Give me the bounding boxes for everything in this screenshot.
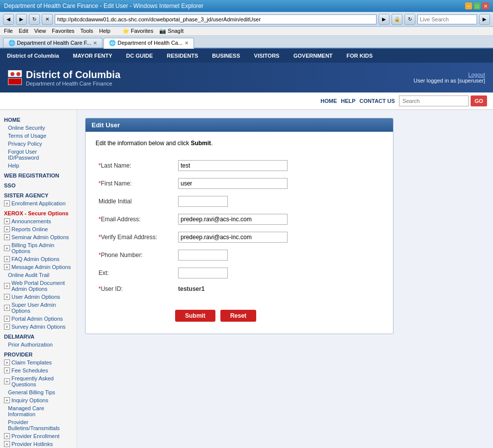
forward-button[interactable]: ▶ bbox=[16, 14, 27, 25]
tab-1[interactable]: 🌐 Department of Health Care F... ✕ bbox=[3, 38, 102, 48]
close-button[interactable]: ✕ bbox=[482, 2, 489, 9]
snagit-tool[interactable]: 📷 SnagIt bbox=[159, 28, 184, 34]
refresh2-button[interactable]: ↻ bbox=[404, 14, 415, 25]
go-nav-button[interactable]: ▶ bbox=[379, 14, 390, 25]
sidebar-billing-tips[interactable]: + Billing Tips Admin Options bbox=[0, 241, 77, 255]
sidebar-audit[interactable]: Online Audit Trail bbox=[0, 271, 77, 279]
sidebar-portal-admin[interactable]: + Portal Admin Options bbox=[0, 315, 77, 323]
menu-view[interactable]: View bbox=[34, 28, 46, 34]
menu-help[interactable]: Help bbox=[99, 28, 110, 34]
nav-residents[interactable]: RESIDENTS bbox=[160, 49, 205, 63]
sidebar-user-admin[interactable]: + User Admin Options bbox=[0, 293, 77, 301]
sidebar-prior-auth[interactable]: Prior Authorization bbox=[0, 341, 77, 349]
tab-1-label: 🌐 Department of Health Care F... bbox=[8, 40, 91, 46]
refresh-button[interactable]: ↻ bbox=[29, 14, 40, 25]
sidebar-forgot[interactable]: Forgot User ID/Password bbox=[0, 148, 77, 162]
nav-visitors[interactable]: VISITORS bbox=[247, 49, 287, 63]
menu-tools[interactable]: Tools bbox=[81, 28, 94, 34]
panel-header: Edit User bbox=[86, 118, 393, 132]
table-row: *Last Name: bbox=[96, 159, 383, 173]
nav-district[interactable]: District of Columbia bbox=[0, 49, 66, 63]
sidebar-claim-templates[interactable]: + Claim Templates bbox=[0, 358, 77, 366]
submit-button[interactable]: Submit bbox=[175, 310, 215, 322]
minimize-button[interactable]: ─ bbox=[465, 2, 472, 9]
panel-title: Edit User bbox=[92, 121, 120, 129]
sidebar-reports[interactable]: + Reports Online bbox=[0, 225, 77, 233]
sidebar-managed-care[interactable]: Managed Care Information bbox=[0, 404, 77, 418]
sidebar-help[interactable]: Help bbox=[0, 162, 77, 170]
sidebar-seminar[interactable]: + Seminar Admin Options bbox=[0, 233, 77, 241]
sidebar-billing-label: Billing Tips Admin Options bbox=[11, 242, 73, 254]
sidebar-section-web-reg: WEB REGISTRATION bbox=[0, 170, 77, 179]
sidebar-terms[interactable]: Terms of Usage bbox=[0, 132, 77, 140]
sidebar-survey[interactable]: + Survey Admin Options bbox=[0, 323, 77, 331]
sidebar-enrollment[interactable]: + Enrollment Application bbox=[0, 199, 77, 207]
sidebar-reports-label: Reports Online bbox=[11, 226, 48, 232]
sidebar-privacy[interactable]: Privacy Policy bbox=[0, 140, 77, 148]
sidebar-inquiry[interactable]: + Inquiry Options bbox=[0, 396, 77, 404]
email-input[interactable] bbox=[178, 214, 288, 225]
tab-2-close[interactable]: ✕ bbox=[185, 40, 189, 46]
table-row: Ext: bbox=[96, 266, 383, 280]
sidebar-faq[interactable]: + FAQ Admin Options bbox=[0, 255, 77, 263]
nav-for-kids[interactable]: FOR KIDS bbox=[340, 49, 380, 63]
sidebar-super-admin[interactable]: + Super User Admin Options bbox=[0, 301, 77, 315]
sidebar-faq-provider[interactable]: + Frequently Asked Questions bbox=[0, 374, 77, 388]
tab-1-close[interactable]: ✕ bbox=[93, 40, 97, 46]
menu-edit[interactable]: Edit bbox=[19, 28, 28, 34]
nav-contact[interactable]: CONTACT US bbox=[360, 98, 395, 104]
back-button[interactable]: ◀ bbox=[3, 14, 14, 25]
address-bar[interactable] bbox=[55, 14, 377, 24]
sidebar-webportal[interactable]: + Web Portal Document Admin Options bbox=[0, 279, 77, 293]
plus-icon-17: + bbox=[4, 433, 10, 439]
field-first-name-cell bbox=[175, 177, 383, 190]
tab-2[interactable]: 🌐 Department of Health Ca... ✕ bbox=[103, 38, 194, 49]
middle-initial-input[interactable] bbox=[178, 196, 228, 207]
site-title-text: District of Columbia bbox=[26, 69, 120, 81]
ext-input[interactable] bbox=[178, 268, 228, 278]
reset-button[interactable]: Reset bbox=[220, 310, 257, 322]
sidebar-fee-schedules[interactable]: + Fee Schedules bbox=[0, 366, 77, 374]
nav-help[interactable]: HELP bbox=[341, 98, 355, 104]
go-button[interactable]: GO bbox=[471, 95, 487, 106]
maximize-button[interactable]: □ bbox=[474, 2, 481, 9]
search-area: GO bbox=[399, 95, 487, 106]
sidebar-message-label: Message Admin Options bbox=[11, 264, 71, 270]
sidebar-user-admin-label: User Admin Options bbox=[11, 294, 60, 300]
nav-dc-guide[interactable]: DC GUIDE bbox=[119, 49, 160, 63]
sidebar-bulletins[interactable]: Provider Bulletins/Transmittals bbox=[0, 418, 77, 432]
plus-icon-14: + bbox=[4, 367, 10, 373]
search-go-button[interactable]: ▶ bbox=[479, 14, 490, 25]
browser-tabs: 🌐 Department of Health Care F... ✕ 🌐 Dep… bbox=[0, 36, 493, 49]
table-row: *Email Address: bbox=[96, 212, 383, 226]
sidebar-announcements[interactable]: + Announcements bbox=[0, 217, 77, 225]
sidebar-online-security[interactable]: Online Security bbox=[0, 124, 77, 132]
field-verify-email-cell bbox=[175, 230, 383, 244]
dc-navigation: District of Columbia MAYOR FENTY DC GUID… bbox=[0, 49, 493, 63]
phone-input[interactable] bbox=[178, 250, 228, 261]
nav-mayor[interactable]: MAYOR FENTY bbox=[66, 49, 119, 63]
logout-link[interactable]: Logout bbox=[468, 72, 485, 78]
verify-email-input[interactable] bbox=[178, 232, 288, 243]
cert-button[interactable]: 🔒 bbox=[392, 14, 402, 25]
first-name-input[interactable] bbox=[178, 178, 288, 189]
nav-business[interactable]: BUSINESS bbox=[205, 49, 247, 63]
sidebar-message[interactable]: + Message Admin Options bbox=[0, 263, 77, 271]
required-star-5: * bbox=[99, 252, 101, 259]
sidebar-section-delmarva: DELMARVA bbox=[0, 331, 77, 341]
nav-government[interactable]: GOVERNMENT bbox=[287, 49, 340, 63]
menu-file[interactable]: File bbox=[4, 28, 13, 34]
sidebar-faq-provider-label: Frequently Asked Questions bbox=[11, 375, 73, 387]
sidebar-general-billing[interactable]: General Billing Tips bbox=[0, 388, 77, 396]
stop-button[interactable]: ✕ bbox=[42, 14, 53, 25]
plus-icon-9: + bbox=[4, 294, 10, 300]
sidebar-hotlinks[interactable]: + Provider Hotlinks bbox=[0, 440, 77, 448]
menu-favorites[interactable]: Favorites bbox=[52, 28, 74, 34]
sidebar-enrollment-provider[interactable]: + Provider Enrollment bbox=[0, 432, 77, 440]
nav-home[interactable]: HOME bbox=[320, 98, 337, 104]
plus-icon-2: + bbox=[4, 218, 10, 224]
browser-search-input[interactable] bbox=[417, 14, 477, 24]
search-input[interactable] bbox=[399, 95, 469, 106]
label-email: *Email Address: bbox=[96, 212, 175, 226]
last-name-input[interactable] bbox=[178, 160, 288, 171]
